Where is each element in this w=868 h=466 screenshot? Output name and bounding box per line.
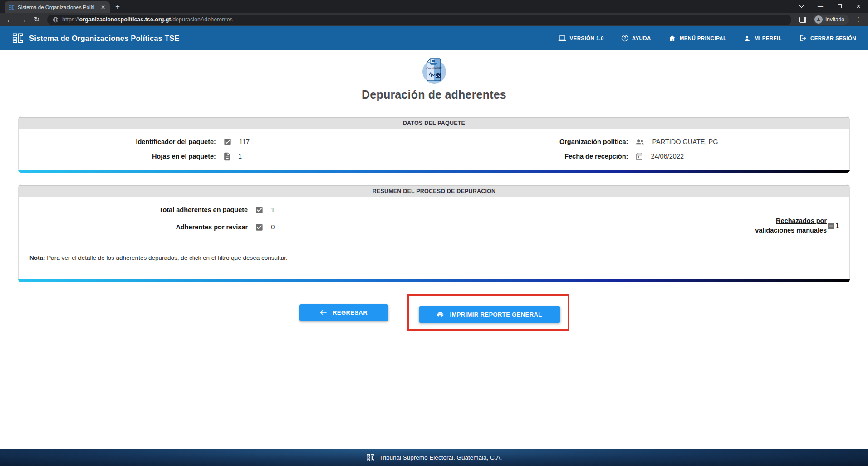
tab-title: Sistema de Organizaciones Políti [18, 5, 97, 10]
back-arrow-icon [320, 309, 327, 316]
page-content: Certificado Depuración de adherentes DAT… [0, 50, 868, 449]
minimize-button[interactable]: — [811, 0, 830, 13]
datos-paquete-card: DATOS DEL PAQUETE Identificador del paqu… [18, 116, 850, 172]
restore-button[interactable] [830, 0, 849, 13]
browser-tab[interactable]: Sistema de Organizaciones Políti ✕ [5, 1, 110, 13]
people-icon [635, 139, 645, 145]
profile-button[interactable]: Invitado [814, 15, 849, 25]
app-brand: Sistema de Organizaciones Políticas TSE [12, 32, 180, 44]
imprimir-reporte-button[interactable]: IMPRIMIR REPORTE GENERAL [419, 306, 560, 323]
back-button[interactable]: ← [4, 16, 15, 24]
printer-icon [436, 311, 444, 318]
browser-titlebar: Sistema de Organizaciones Políti ✕ + — ✕ [0, 0, 868, 13]
document-icon [223, 152, 231, 161]
app-header: Sistema de Organizaciones Políticas TSE … [0, 26, 868, 50]
field-adherentes-revisar: Adherentes por revisar 0 [29, 220, 427, 234]
footer-text: Tribunal Supremo Electoral. Guatemala, C… [379, 454, 502, 461]
field-rechazados-manuales: Rechazados por validaciones manuales 1 [441, 216, 840, 235]
nav-cerrar-sesion[interactable]: CERRAR SESIÓN [799, 35, 856, 42]
field-hojas: Hojas en el paquete: 1 [29, 149, 427, 164]
app-footer: Tribunal Supremo Electoral. Guatemala, C… [0, 449, 868, 466]
nav-menu-principal[interactable]: MENÚ PRINCIPAL [668, 35, 727, 42]
window-close-button[interactable]: ✕ [849, 0, 868, 13]
rechazados-link[interactable]: Rechazados por validaciones manuales [743, 216, 827, 235]
nav-version[interactable]: VERSIÓN 1.0 [558, 35, 604, 42]
forward-button[interactable]: → [17, 16, 29, 24]
tse-logo-icon [366, 453, 375, 462]
tab-search-chevron-icon[interactable] [792, 0, 811, 13]
field-fecha: Fecha de recepción: 24/06/2022 [441, 149, 840, 164]
avatar-icon [814, 15, 823, 24]
app-title: Sistema de Organizaciones Políticas TSE [29, 34, 180, 43]
help-icon [621, 35, 628, 42]
resumen-header: RESUMEN DEL PROCESO DE DEPURACION [19, 185, 849, 197]
app-nav: VERSIÓN 1.0 AYUDA MENÚ PRINCIPAL MI PERF… [558, 35, 856, 42]
new-tab-button[interactable]: + [115, 2, 120, 11]
page-title: Depuración de adherentes [0, 88, 868, 101]
field-total-adherentes: Total adherentes en paquete 1 [29, 203, 427, 217]
field-identificador: Identificador del paquete: 117 [29, 134, 427, 149]
regresar-button[interactable]: REGRESAR [299, 304, 388, 321]
datos-paquete-header: DATOS DEL PAQUETE [19, 117, 849, 129]
nota-text: Nota: Para ver el detalle de los adheren… [29, 254, 839, 261]
site-info-globe-icon[interactable] [53, 17, 59, 23]
checkbox-checked-icon [255, 223, 264, 232]
tse-favicon [8, 4, 15, 10]
browser-toolbar: ← → ↻ https://organizacionespoliticas.ts… [0, 13, 868, 26]
person-icon [744, 35, 750, 42]
reload-button[interactable]: ↻ [31, 15, 43, 24]
address-bar[interactable]: https://organizacionespoliticas.tse.org.… [47, 15, 791, 25]
tse-logo-icon [12, 32, 24, 44]
nav-mi-perfil[interactable]: MI PERFIL [744, 35, 781, 42]
checkbox-checked-icon [255, 206, 264, 214]
checkbox-checked-icon [223, 138, 232, 146]
url-text: https://organizacionespoliticas.tse.org.… [62, 16, 233, 23]
certificate-icon: Certificado [419, 55, 449, 85]
browser-menu-icon[interactable]: ⋮ [853, 16, 864, 23]
indeterminate-checkbox-icon [827, 222, 835, 230]
nav-ayuda[interactable]: AYUDA [621, 35, 651, 42]
laptop-icon [558, 35, 566, 42]
tab-close-icon[interactable]: ✕ [100, 4, 106, 10]
calendar-icon [635, 152, 643, 161]
logout-icon [799, 35, 807, 42]
home-icon [668, 35, 676, 42]
resumen-card: RESUMEN DEL PROCESO DE DEPURACION Total … [18, 184, 850, 282]
profile-name: Invitado [825, 16, 844, 23]
field-organizacion: Organización política: PARTIDO GUATE, PG [441, 134, 840, 149]
side-panel-icon[interactable] [799, 17, 806, 23]
action-buttons-row: REGRESAR IMPRIMIR REPORTE GENERAL [0, 294, 868, 331]
annotation-highlight-box: IMPRIMIR REPORTE GENERAL [407, 294, 569, 331]
